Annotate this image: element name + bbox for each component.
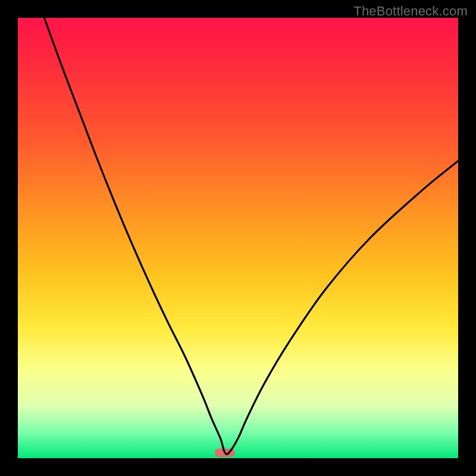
- plot-area: [18, 18, 458, 458]
- bottleneck-curve: [44, 18, 458, 455]
- chart-frame: TheBottleneck.com: [0, 0, 476, 476]
- curve-layer: [18, 18, 458, 458]
- watermark-text: TheBottleneck.com: [353, 4, 468, 19]
